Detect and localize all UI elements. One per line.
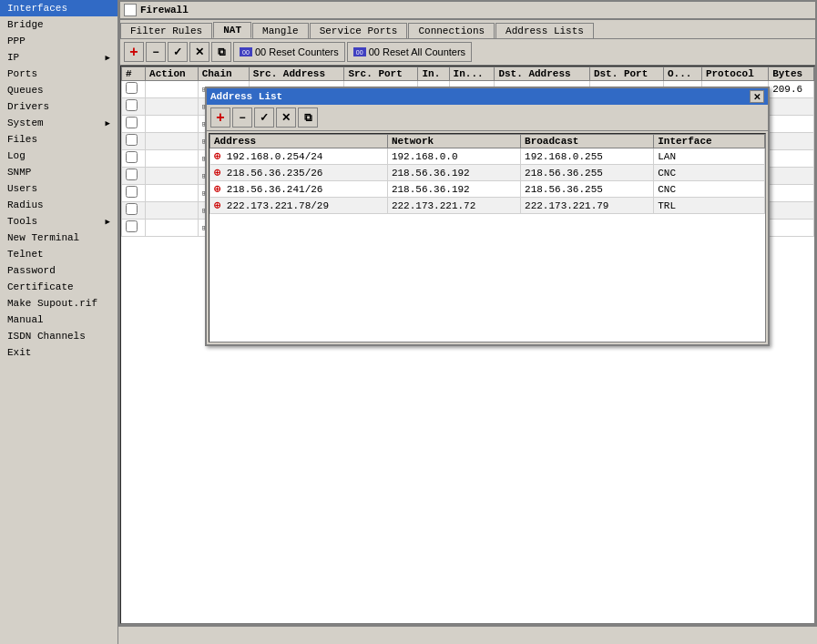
sidebar-item-label: PPP [7,36,26,46]
row-checkbox[interactable] [126,134,138,146]
sidebar-item-label: Password [7,265,56,276]
table-cell [146,98,199,116]
row-checkbox[interactable] [126,169,138,180]
row-checkbox[interactable] [126,99,138,111]
sidebar-item-ports[interactable]: Ports [0,66,117,82]
sidebar-item-password[interactable]: Password [0,262,117,279]
sidebar-item-snmp[interactable]: SNMP [0,164,117,180]
reset-counters-button[interactable]: 00 00 Reset Counters [233,42,345,62]
tab-connections[interactable]: Connections [408,23,495,38]
col-header-src-address: Src. Address [249,67,344,81]
dialog-add-button[interactable]: + [210,107,230,128]
sidebar-item-drivers[interactable]: Drivers [0,98,117,115]
add-rule-button[interactable]: + [124,42,144,62]
sidebar-item-telnet[interactable]: Telnet [0,246,117,262]
table-cell [122,202,146,220]
reset-all-counters-label: 00 Reset All Counters [369,46,465,57]
dialog-broadcast-cell: 218.56.36.255 [521,165,654,181]
sidebar-item-interfaces[interactable]: Interfaces [0,0,117,16]
tabs-bar: Filter RulesNATMangleService PortsConnec… [120,20,815,39]
row-checkbox[interactable] [126,186,138,198]
address-list-table: AddressNetworkBroadcastInterface ⊕ 192.1… [209,134,765,214]
copy-rule-button[interactable]: ⧉ [211,42,231,62]
dialog-address-cell: ⊕ 218.56.36.241/26 [210,181,388,198]
row-checkbox[interactable] [126,117,138,128]
sidebar-item-radius[interactable]: Radius [0,197,117,213]
dialog-table-row[interactable]: ⊕ 218.56.36.241/26218.56.36.192218.56.36… [210,181,765,198]
disable-rule-button[interactable]: ✕ [189,42,209,62]
sidebar-item-system[interactable]: System▶ [0,115,117,131]
sidebar-item-label: Make Supout.rif [7,298,97,309]
tab-service-ports[interactable]: Service Ports [310,23,408,38]
sidebar-item-label: Bridge [7,19,44,30]
sidebar-item-queues[interactable]: Queues [0,82,117,98]
sidebar-item-label: Drivers [7,101,49,112]
sidebar-item-label: Manual [7,314,44,325]
sidebar-item-ppp[interactable]: PPP [0,33,117,49]
table-cell [769,98,814,116]
dialog-interface-cell: TRL [654,198,765,214]
dialog-copy-button[interactable]: ⧉ [298,107,318,128]
sidebar-item-label: Tools [7,216,37,227]
dialog-title-bar: Address List ✕ [207,88,768,105]
sidebar-item-label: Files [7,134,37,145]
tab-mangle[interactable]: Mangle [252,23,309,38]
sidebar-item-isdn-channels[interactable]: ISDN Channels [0,328,117,344]
sidebar-item-users[interactable]: Users [0,180,117,197]
dialog-table-row[interactable]: ⊕ 222.173.221.78/29222.173.221.72222.173… [210,198,765,214]
sidebar-item-label: Interfaces [7,3,67,14]
sidebar-item-exit[interactable]: Exit [0,344,117,361]
firewall-toolbar: + − ✓ ✕ ⧉ 00 00 Reset Counters 00 00 Res… [120,39,815,66]
sidebar-item-new-terminal[interactable]: New Terminal [0,230,117,246]
dialog-check-button[interactable]: ✓ [254,107,274,128]
sidebar-item-manual[interactable]: Manual [0,312,117,328]
dialog-table-row[interactable]: ⊕ 192.168.0.254/24192.168.0.0192.168.0.2… [210,148,765,165]
row-checkbox[interactable] [126,82,138,94]
row-checkbox[interactable] [126,203,138,215]
firewall-window-title: Firewall [140,5,189,15]
counter-icon-2: 00 [353,47,366,56]
table-cell [146,220,199,237]
sidebar-item-label: Radius [7,199,44,210]
row-checkbox[interactable] [126,151,138,163]
sidebar-item-files[interactable]: Files [0,131,117,148]
table-cell [146,150,199,168]
dialog-network-cell: 192.168.0.0 [387,148,520,165]
tab-nat[interactable]: NAT [213,22,251,38]
col-header-src-port: Src. Port [344,67,418,81]
table-cell [122,133,146,150]
table-cell [769,116,814,133]
sidebar-item-label: Exit [7,347,31,358]
dialog-close-button[interactable]: ✕ [750,90,764,103]
table-cell [122,98,146,116]
sidebar-item-label: System [7,118,44,128]
enable-rule-button[interactable]: ✓ [168,42,188,62]
table-cell [146,185,199,202]
sidebar-item-label: ISDN Channels [7,331,86,342]
col-header-action: Action [146,67,199,81]
dialog-network-cell: 222.173.221.72 [387,198,520,214]
sidebar-item-label: Log [7,150,26,161]
dialog-title: Address List [210,91,282,102]
sidebar-item-bridge[interactable]: Bridge [0,16,117,33]
sidebar-item-log[interactable]: Log [0,148,117,164]
tab-address-lists[interactable]: Address Lists [495,23,594,38]
reset-all-counters-button[interactable]: 00 00 Reset All Counters [347,42,472,62]
dialog-remove-button[interactable]: − [232,107,252,128]
firewall-window-titlebar: Firewall [118,0,817,18]
reset-counters-label: 00 Reset Counters [255,46,339,57]
sidebar-expand-arrow: ▶ [106,118,110,128]
tab-filter-rules[interactable]: Filter Rules [120,23,212,38]
col-header-in..: In... [449,67,495,81]
row-checkbox[interactable] [126,220,138,232]
sidebar-item-make-supout.rif[interactable]: Make Supout.rif [0,295,117,312]
sidebar-item-ip[interactable]: IP▶ [0,49,117,66]
dialog-table-row[interactable]: ⊕ 218.56.36.235/26218.56.36.192218.56.36… [210,165,765,181]
dialog-cross-button[interactable]: ✕ [276,107,296,128]
sidebar-item-certificate[interactable]: Certificate [0,279,117,295]
sidebar-item-tools[interactable]: Tools▶ [0,213,117,230]
table-cell [146,133,199,150]
remove-rule-button[interactable]: − [146,42,166,62]
sidebar-item-label: Ports [7,68,37,79]
sidebar-item-label: Telnet [7,249,44,260]
